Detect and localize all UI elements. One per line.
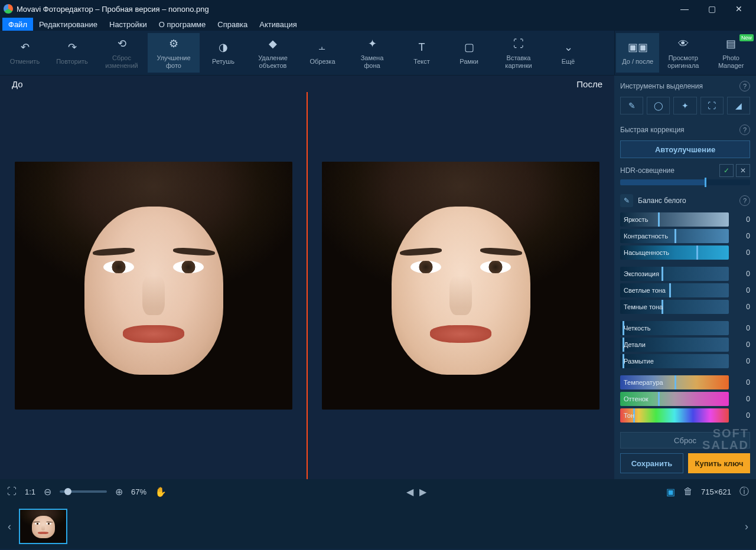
lasso-tool[interactable]: ◯ <box>647 97 670 114</box>
toolbar-retouch[interactable]: ◑Ретушь <box>200 33 247 73</box>
toolbar-bg-change[interactable]: ✦Замена фона <box>346 33 398 73</box>
eyedropper-icon[interactable]: ✎ <box>620 194 633 207</box>
before-image[interactable] <box>15 162 292 410</box>
hand-tool-icon[interactable]: ✋ <box>155 486 167 497</box>
delete-icon[interactable]: 🗑 <box>683 486 693 497</box>
toolbar-insert-image[interactable]: ⛶Вставка картинки <box>493 33 545 73</box>
before-after-icon: ▣▣ <box>631 40 645 54</box>
ratio-label[interactable]: 1:1 <box>25 487 35 496</box>
temperature-handle[interactable] <box>674 375 676 389</box>
before-pane <box>0 92 307 479</box>
retouch-label: Ретушь <box>212 58 234 66</box>
toolbar-more[interactable]: ⌄Ещё <box>545 33 592 73</box>
tint-handle[interactable] <box>658 392 660 406</box>
auto-enhance-button[interactable]: Автоулучшение <box>620 140 750 158</box>
tint-label: Оттенок <box>624 392 649 406</box>
hdr-label: HDR-освещение <box>620 166 674 175</box>
menubar: ФайлРедактированиеНастройкиО программеСп… <box>0 18 756 31</box>
toolbar-before-after[interactable]: ▣▣До / после <box>616 33 659 73</box>
insert-image-label: Вставка картинки <box>505 54 532 69</box>
brush-tool[interactable]: ✎ <box>620 97 643 114</box>
eraser-tool[interactable]: ◢ <box>727 97 750 114</box>
highlights-handle[interactable] <box>669 283 671 297</box>
wand-tool[interactable]: ✦ <box>673 97 696 114</box>
slider-saturation[interactable]: Насыщенность0 <box>620 245 750 260</box>
info-icon[interactable]: ⓘ <box>739 486 749 498</box>
menu-файл[interactable]: Файл <box>2 18 33 31</box>
toolbar-undo[interactable]: ↶Отменить <box>1 33 48 73</box>
minimize-button[interactable]: — <box>671 0 698 18</box>
hdr-cancel-button[interactable]: ✕ <box>736 164 750 177</box>
zoom-in-icon[interactable]: ⊕ <box>115 486 123 497</box>
object-removal-icon: ◆ <box>266 37 280 51</box>
after-image[interactable] <box>322 162 599 410</box>
menu-активация[interactable]: Активация <box>253 18 302 31</box>
slider-shadows[interactable]: Темные тона0 <box>620 300 750 314</box>
buy-key-button[interactable]: Купить ключ <box>688 453 750 473</box>
temperature-value: 0 <box>732 378 750 387</box>
shadows-label: Темные тона <box>624 300 663 314</box>
toolbar-photo-manager[interactable]: ▤Photo ManagerNew <box>707 33 755 73</box>
toolbar-reset-changes[interactable]: ⟲Сброс изменений <box>96 33 148 73</box>
slider-blur[interactable]: Размытие0 <box>620 354 750 368</box>
menu-редактирование[interactable]: Редактирование <box>33 18 103 31</box>
strip-next-icon[interactable]: › <box>741 508 752 545</box>
help-icon[interactable]: ? <box>739 81 750 91</box>
compare-divider[interactable] <box>307 92 308 479</box>
quick-correction-header: Быстрая коррекция <box>620 126 685 134</box>
frames-icon: ▢ <box>462 40 476 54</box>
tint-value: 0 <box>732 395 750 403</box>
slider-contrast[interactable]: Контрастность0 <box>620 229 750 243</box>
toolbar-frames[interactable]: ▢Рамки <box>445 33 493 73</box>
fullscreen-icon[interactable]: ⛶ <box>7 486 17 497</box>
watermark: SOFT SALAD <box>702 427 749 451</box>
close-button[interactable]: ✕ <box>725 0 752 18</box>
saturation-value: 0 <box>732 248 750 257</box>
slider-temperature[interactable]: Температура0 <box>620 375 750 389</box>
saturation-handle[interactable] <box>696 245 698 260</box>
menu-о программе[interactable]: О программе <box>153 18 212 31</box>
prev-icon[interactable]: ◀ <box>406 486 413 497</box>
hdr-slider[interactable] <box>620 179 750 185</box>
help-icon[interactable]: ? <box>739 125 750 135</box>
new-badge: New <box>739 34 754 41</box>
zoom-slider[interactable] <box>60 490 107 493</box>
toolbar-object-removal[interactable]: ◆Удаление объектов <box>247 33 299 73</box>
sharpness-value: 0 <box>732 324 750 332</box>
save-button[interactable]: Сохранить <box>620 453 683 473</box>
slider-brightness[interactable]: Яркость0 <box>620 212 750 227</box>
slider-hue[interactable]: Тон0 <box>620 408 750 423</box>
highlights-label: Светлые тона <box>624 283 666 297</box>
toolbar-crop[interactable]: ⫠Обрезка <box>299 33 346 73</box>
menu-настройки[interactable]: Настройки <box>103 18 153 31</box>
brightness-handle[interactable] <box>658 212 660 227</box>
contrast-handle[interactable] <box>674 229 676 243</box>
slider-exposure[interactable]: Экспозиция0 <box>620 267 750 281</box>
toolbar-enhance[interactable]: ⚙Улучшение фото <box>148 33 200 73</box>
slider-details[interactable]: Детали0 <box>620 338 750 352</box>
white-balance-label: Баланс белого <box>638 197 686 205</box>
maximize-button[interactable]: ▢ <box>698 0 725 18</box>
redo-icon: ↷ <box>65 40 79 54</box>
exposure-handle[interactable] <box>662 267 663 281</box>
slider-sharpness[interactable]: Четкость0 <box>620 321 750 335</box>
hdr-apply-button[interactable]: ✓ <box>719 164 734 177</box>
thumbnail-strip: ‹ › <box>0 504 756 549</box>
help-icon[interactable]: ? <box>739 195 750 206</box>
toolbar-text[interactable]: TТекст <box>398 33 445 73</box>
slider-tint[interactable]: Оттенок0 <box>620 392 750 406</box>
menu-справка[interactable]: Справка <box>211 18 253 31</box>
thumbnail[interactable] <box>19 509 67 544</box>
toolbar: ↶Отменить↷Повторить⟲Сброс изменений⚙Улуч… <box>0 31 756 76</box>
next-icon[interactable]: ▶ <box>419 486 426 497</box>
toolbar-redo[interactable]: ↷Повторить <box>48 33 96 73</box>
toolbar-view-original[interactable]: 👁Просмотр оригинала <box>659 33 707 73</box>
fit-icon[interactable]: ▣ <box>666 486 675 497</box>
slider-highlights[interactable]: Светлые тона0 <box>620 283 750 297</box>
exposure-value: 0 <box>732 270 750 278</box>
marquee-tool[interactable]: ⛶ <box>700 97 724 114</box>
zoom-out-icon[interactable]: ⊖ <box>44 486 51 497</box>
enhance-icon: ⚙ <box>167 37 181 51</box>
strip-prev-icon[interactable]: ‹ <box>4 508 15 545</box>
selection-tools-header: Инструменты выделения <box>620 82 703 90</box>
